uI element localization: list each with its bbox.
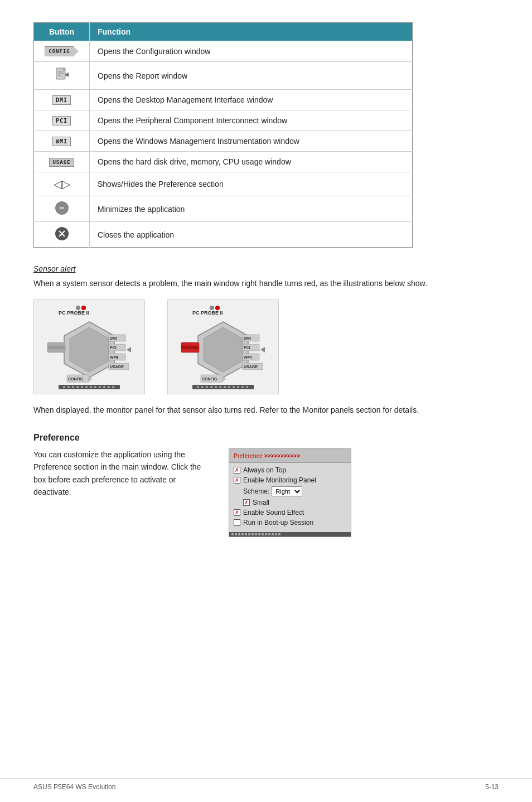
panel-dot <box>272 533 274 535</box>
button-usage-cell: USAGE <box>34 152 90 172</box>
footer-right: 5-13 <box>485 783 499 791</box>
button-dmi-cell: DMI <box>34 90 90 110</box>
svg-point-36 <box>103 386 105 388</box>
svg-marker-54 <box>260 347 265 352</box>
panel-dot <box>245 533 247 535</box>
svg-text:CONFIG: CONFIG <box>68 377 84 381</box>
preference-panel-title: Preference <box>234 453 264 459</box>
function-arrows: Shows/Hides the Preference section <box>90 172 413 196</box>
sensor-alert-description: When a system sensor detects a problem, … <box>33 278 499 289</box>
svg-text:PCI: PCI <box>244 346 250 350</box>
svg-rect-20 <box>47 346 65 349</box>
minimize-icon <box>55 201 69 215</box>
svg-point-32 <box>85 386 88 388</box>
panel-dot <box>265 533 267 535</box>
svg-text:PCI: PCI <box>110 346 117 350</box>
scheme-select[interactable]: Right Left <box>272 486 302 496</box>
svg-rect-53 <box>181 346 199 349</box>
svg-point-37 <box>108 386 110 388</box>
preference-panel-dots <box>229 532 351 537</box>
function-report: Opens the Report window <box>90 62 413 90</box>
boot-session-checkbox[interactable] <box>234 519 240 526</box>
preference-item-monitoring-panel: ✗ Enable Monitoring Panel <box>234 476 346 484</box>
close-icon <box>55 227 69 240</box>
svg-point-67 <box>228 386 230 388</box>
svg-point-63 <box>210 386 212 388</box>
probe-images-container: PC PROBE II DMI PCI WMI USAGE <box>33 299 499 394</box>
panel-dot <box>235 533 237 535</box>
page-footer: ASUS P5E64 WS Evolution 5-13 <box>0 778 532 791</box>
probe-svg-normal: PC PROBE II DMI PCI WMI USAGE <box>36 302 142 392</box>
monitoring-panel-checkbox[interactable]: ✗ <box>234 477 240 484</box>
preference-item-sound-effect: ✗ Enable Sound Effect <box>234 509 346 516</box>
sensor-alert-section: Sensor alert When a system sensor detect… <box>33 264 499 416</box>
report-icon <box>54 67 70 83</box>
sensor-alert-title: Sensor alert <box>33 264 499 273</box>
wmi-badge: WMI <box>52 137 71 146</box>
svg-point-30 <box>76 386 79 388</box>
panel-dot <box>268 533 270 535</box>
monitoring-panel-label: Enable Monitoring Panel <box>243 476 316 484</box>
preference-arrows: >>>>>>>>>>> <box>264 453 299 459</box>
usage-badge: USAGE <box>49 158 74 167</box>
table-row: DMI Opens the Desktop Management Interfa… <box>34 90 413 110</box>
svg-point-68 <box>233 386 235 388</box>
svg-text:CONFIG: CONFIG <box>202 377 217 381</box>
preference-item-always-on-top: ✗ Always on Top <box>234 466 346 474</box>
function-close: Closes the application <box>90 222 413 248</box>
preference-toggle-icon: ◁▷ <box>54 177 70 191</box>
svg-text:PC PROBE II: PC PROBE II <box>59 310 89 316</box>
panel-dot <box>258 533 260 535</box>
function-wmi: Opens the Windows Management Instrumenta… <box>90 131 413 152</box>
panel-dot <box>255 533 257 535</box>
function-minimize: Minimizes the application <box>90 196 413 222</box>
table-row: WMI Opens the Windows Management Instrum… <box>34 131 413 152</box>
table-row: Opens the Report window <box>34 62 413 90</box>
svg-point-28 <box>67 386 70 388</box>
scheme-label: Scheme: <box>243 487 269 495</box>
svg-point-38 <box>112 386 114 388</box>
table-row: PCI Opens the Peripheral Component Inter… <box>34 110 413 131</box>
small-checkbox[interactable]: ✗ <box>243 499 250 506</box>
small-label: Small <box>253 499 269 506</box>
svg-point-7 <box>81 306 86 310</box>
boot-session-label: Run in Boot-up Session <box>243 519 313 526</box>
panel-dot <box>248 533 250 535</box>
table-row: Closes the application <box>34 222 413 248</box>
svg-point-40 <box>215 306 220 310</box>
button-arrows-cell: ◁▷ <box>34 172 90 196</box>
svg-text:DMI: DMI <box>244 336 251 340</box>
table-header-button: Button <box>34 23 90 41</box>
svg-point-69 <box>237 386 239 388</box>
svg-point-35 <box>99 386 101 388</box>
always-on-top-checkbox[interactable]: ✗ <box>234 467 240 474</box>
sensor-alert-note: When displayed, the monitor panel for th… <box>33 404 499 416</box>
function-pci: Opens the Peripheral Component Interconn… <box>90 110 413 131</box>
svg-point-65 <box>219 386 221 388</box>
button-config-cell: CONFIG <box>34 41 90 62</box>
button-close-cell <box>34 222 90 248</box>
button-function-table: Button Function CONFIG Opens the Configu… <box>33 22 413 248</box>
preference-item-small: ✗ Small <box>243 499 346 506</box>
svg-text:USAGE: USAGE <box>244 365 258 369</box>
panel-dot <box>262 533 264 535</box>
function-usage: Opens the hard disk drive, memory, CPU u… <box>90 152 413 172</box>
preference-scheme-row: Scheme: Right Left <box>243 486 346 496</box>
pci-badge: PCI <box>52 116 71 125</box>
svg-text:WMI: WMI <box>244 355 252 359</box>
button-pci-cell: PCI <box>34 110 90 131</box>
svg-point-71 <box>246 386 248 388</box>
preference-layout: You can customize the application using … <box>33 448 499 537</box>
svg-text:WMI: WMI <box>110 355 118 359</box>
panel-dot <box>252 533 254 535</box>
panel-dot <box>231 533 234 535</box>
svg-text:USAGE: USAGE <box>110 365 124 369</box>
svg-point-61 <box>201 386 204 388</box>
svg-point-34 <box>94 386 96 388</box>
panel-dot <box>278 533 280 535</box>
svg-text:PC PROBE II: PC PROBE II <box>192 310 223 316</box>
button-minimize-cell <box>34 196 90 222</box>
sound-effect-label: Enable Sound Effect <box>243 509 304 516</box>
panel-dot <box>241 533 244 535</box>
sound-effect-checkbox[interactable]: ✗ <box>234 509 240 516</box>
